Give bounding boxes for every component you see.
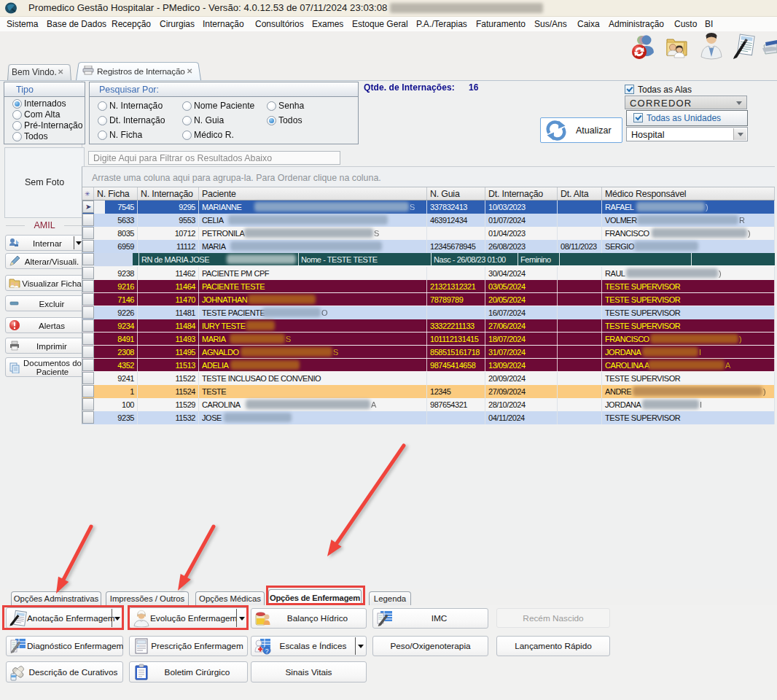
- svg-text:?: ?: [265, 648, 269, 655]
